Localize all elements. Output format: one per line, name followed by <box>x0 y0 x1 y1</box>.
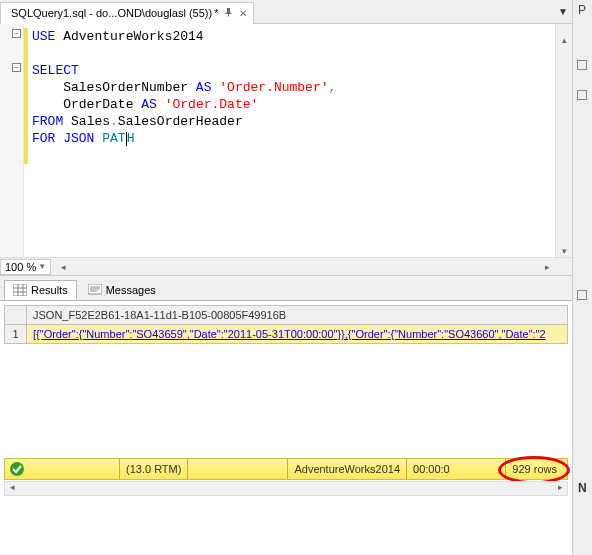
scroll-left-icon[interactable]: ◂ <box>5 482 19 495</box>
sql-editor[interactable]: ▴ ▾ USE AdventureWorks2014 SELECT SalesO… <box>0 24 572 276</box>
status-bar: (13.0 RTM) AdventureWorks2014 00:00:0 92… <box>4 458 568 480</box>
grid-header-row: JSON_F52E2B61-18A1-11d1-B105-00805F49916… <box>5 306 567 325</box>
tab-title: SQLQuery1.sql - do...OND\douglasl (55)) <box>11 7 212 19</box>
grid-column-header[interactable]: JSON_F52E2B61-18A1-11d1-B105-00805F49916… <box>27 306 567 325</box>
outline-collapse-icon[interactable] <box>12 63 21 72</box>
results-grid[interactable]: JSON_F52E2B61-18A1-11d1-B105-00805F49916… <box>4 305 568 344</box>
panel-letter: N <box>578 481 587 495</box>
status-database: AdventureWorks2014 <box>287 459 406 479</box>
editor-gutter <box>0 24 24 259</box>
scroll-right-icon[interactable]: ▸ <box>553 482 567 495</box>
scroll-right-icon[interactable]: ▸ <box>539 259 555 275</box>
editor-footer: 100 % ▼ ◂ ▸ <box>0 257 572 275</box>
horizontal-scrollbar[interactable]: ◂ ▸ <box>55 259 555 275</box>
results-pane: JSON_F52E2B61-18A1-11d1-B105-00805F49916… <box>0 300 572 496</box>
row-number[interactable]: 1 <box>5 325 27 343</box>
code-content[interactable]: USE AdventureWorks2014 SELECT SalesOrder… <box>0 24 572 147</box>
status-version: (13.0 RTM) <box>119 459 187 479</box>
expand-icon[interactable] <box>577 60 587 70</box>
right-panel-title-initial: P <box>573 0 592 20</box>
messages-icon <box>88 284 102 296</box>
zoom-value: 100 % <box>5 261 36 273</box>
success-icon <box>9 461 25 477</box>
right-docked-panel[interactable]: P N <box>572 0 592 555</box>
modification-marker <box>24 28 28 164</box>
svg-rect-0 <box>13 284 27 296</box>
chevron-down-icon: ▼ <box>38 262 46 271</box>
status-user <box>187 459 287 479</box>
tab-results-label: Results <box>31 284 68 296</box>
outline-collapse-icon[interactable] <box>12 29 21 38</box>
grid-icon <box>13 284 27 296</box>
tab-results[interactable]: Results <box>4 280 77 300</box>
scroll-up-icon[interactable]: ▴ <box>556 32 572 48</box>
table-row[interactable]: 1 [{"Order":{"Number":"SO43659","Date":"… <box>5 325 567 343</box>
document-tab-bar: SQLQuery1.sql - do...OND\douglasl (55)) … <box>0 0 572 24</box>
zoom-dropdown[interactable]: 100 % ▼ <box>0 259 51 275</box>
results-horizontal-scrollbar[interactable]: ◂ ▸ <box>4 481 568 496</box>
status-server <box>29 459 119 479</box>
status-rowcount: 929 rows <box>505 459 567 479</box>
document-tab-active[interactable]: SQLQuery1.sql - do...OND\douglasl (55)) … <box>0 2 254 24</box>
close-icon[interactable]: ✕ <box>239 8 247 19</box>
svg-point-9 <box>10 462 24 476</box>
tab-messages-label: Messages <box>106 284 156 296</box>
expand-icon[interactable] <box>577 290 587 300</box>
vertical-scrollbar[interactable]: ▴ ▾ <box>555 24 572 259</box>
json-result-cell[interactable]: [{"Order":{"Number":"SO43659","Date":"20… <box>27 325 567 343</box>
grid-corner[interactable] <box>5 306 27 325</box>
pin-icon[interactable] <box>224 8 233 19</box>
modified-indicator: * <box>214 7 218 19</box>
expand-icon[interactable] <box>577 90 587 100</box>
scroll-left-icon[interactable]: ◂ <box>55 259 71 275</box>
tab-overflow-dropdown[interactable]: ▼ <box>554 6 572 17</box>
results-tab-bar: Results Messages <box>0 276 572 300</box>
tab-messages[interactable]: Messages <box>79 280 165 300</box>
status-elapsed: 00:00:0 <box>406 459 456 479</box>
